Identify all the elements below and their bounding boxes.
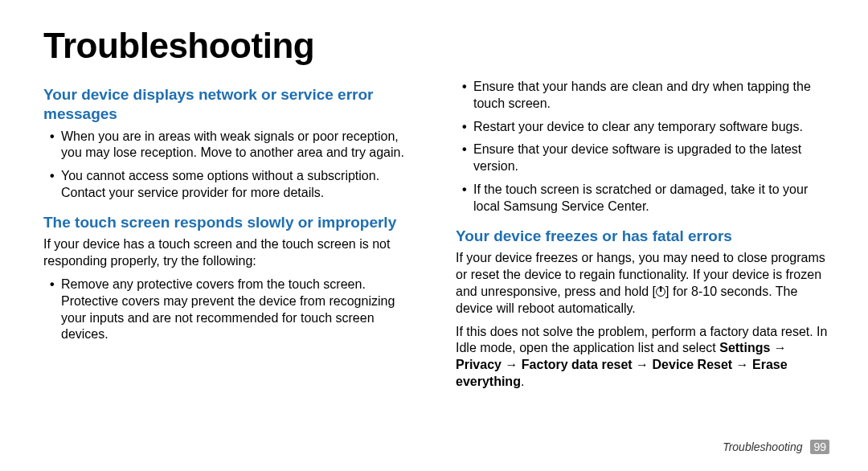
list-item: Ensure that your hands are clean and dry… [462,79,829,113]
power-icon [656,287,665,297]
list-item: Restart your device to clear any tempora… [462,119,829,136]
footer-page-number: 99 [810,440,829,454]
footer-section: Troubleshooting [723,440,802,453]
text: . [521,375,524,388]
page-footer: Troubleshooting 99 [43,440,829,453]
power-button-glyph [656,285,665,298]
list-item: Ensure that your device software is upgr… [462,141,829,175]
list-touchscreen-left: Remove any protective covers from the to… [50,276,417,343]
columns: Your device displays network or service … [43,79,829,437]
freezes-para-1: If your device freezes or hangs, you may… [456,250,829,317]
heading-touchscreen: The touch screen responds slowly or impr… [43,213,417,232]
manual-page: Troubleshooting Your device displays net… [0,0,868,471]
freezes-para-2: If this does not solve the problem, perf… [456,324,829,391]
list-network-error: When you are in areas with weak signals … [50,129,417,202]
touchscreen-intro: If your device has a touch screen and th… [43,236,417,270]
page-title: Troubleshooting [43,26,829,66]
list-item: If the touch screen is scratched or dama… [462,182,829,215]
list-item: Remove any protective covers from the to… [50,276,417,343]
list-item: You cannot access some options without a… [50,168,417,202]
list-touchscreen-right: Ensure that your hands are clean and dry… [462,79,829,215]
heading-freezes: Your device freezes or has fatal errors [456,227,829,246]
list-item: When you are in areas with weak signals … [50,129,417,162]
right-column: Ensure that your hands are clean and dry… [456,79,829,437]
left-column: Your device displays network or service … [43,79,417,437]
heading-network-error: Your device displays network or service … [43,85,417,124]
